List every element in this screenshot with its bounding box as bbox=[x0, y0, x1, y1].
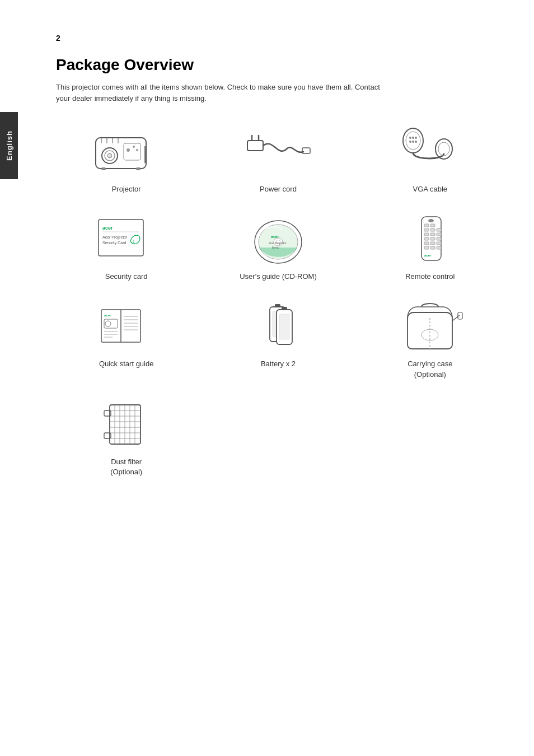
item-quick-start-guide: acer Quick start guide bbox=[56, 298, 196, 379]
svg-point-10 bbox=[133, 146, 135, 148]
svg-rect-56 bbox=[424, 242, 429, 245]
quick-start-guide-image: acer bbox=[90, 298, 163, 354]
svg-rect-53 bbox=[424, 237, 429, 240]
svg-rect-50 bbox=[424, 233, 429, 236]
svg-rect-77 bbox=[275, 304, 280, 307]
svg-rect-55 bbox=[437, 237, 441, 240]
svg-rect-45 bbox=[430, 224, 435, 227]
users-guide-label: User's guide (CD-ROM) bbox=[240, 272, 317, 282]
vga-cable-label: VGA cable bbox=[413, 184, 447, 194]
svg-rect-57 bbox=[430, 242, 435, 245]
remote-control-label: Remote control bbox=[405, 272, 455, 282]
svg-rect-12 bbox=[101, 167, 106, 170]
svg-point-7 bbox=[107, 153, 112, 158]
projector-image bbox=[90, 124, 163, 180]
svg-rect-52 bbox=[437, 233, 441, 236]
users-guide-image: acer Your Projector Menu bbox=[242, 211, 315, 267]
svg-rect-8 bbox=[124, 143, 140, 160]
item-battery: Battery x 2 bbox=[208, 298, 348, 379]
svg-text:Acer Projector: Acer Projector bbox=[102, 235, 128, 240]
svg-point-43 bbox=[428, 219, 434, 222]
projector-label: Projector bbox=[112, 184, 141, 194]
security-card-label: Security card bbox=[105, 272, 148, 282]
item-security-card: acer Acer Projector Security Card Securi… bbox=[56, 211, 196, 282]
svg-point-25 bbox=[409, 141, 411, 143]
svg-rect-59 bbox=[424, 246, 429, 249]
svg-point-24 bbox=[415, 137, 417, 139]
svg-rect-81 bbox=[279, 314, 289, 339]
page-title: Package Overview bbox=[56, 56, 500, 74]
svg-text:acer: acer bbox=[102, 225, 113, 231]
security-card-image: acer Acer Projector Security Card bbox=[90, 211, 163, 267]
main-content: 2 Package Overview This projector comes … bbox=[34, 0, 534, 511]
page-description: This projector comes with all the items … bbox=[56, 82, 392, 104]
remote-control-image: acer bbox=[394, 211, 466, 267]
svg-rect-0 bbox=[96, 138, 146, 169]
item-dust-filter: Dust filter (Optional) bbox=[56, 396, 196, 477]
svg-point-27 bbox=[415, 141, 417, 143]
page-number: 2 bbox=[56, 34, 500, 43]
sidebar-english-tab: English bbox=[0, 112, 18, 179]
svg-rect-44 bbox=[424, 224, 429, 227]
item-vga-cable: VGA cable bbox=[360, 124, 500, 194]
svg-rect-61 bbox=[437, 246, 441, 249]
svg-rect-49 bbox=[437, 228, 441, 231]
svg-point-9 bbox=[127, 148, 130, 152]
vga-cable-image bbox=[394, 124, 466, 180]
item-remote-control: acer Remote control bbox=[360, 211, 500, 282]
svg-text:acer: acer bbox=[104, 314, 111, 317]
svg-rect-47 bbox=[424, 228, 429, 231]
items-grid: Projector Power cord bbox=[56, 124, 500, 477]
battery-label: Battery x 2 bbox=[261, 359, 296, 369]
item-projector: Projector bbox=[56, 124, 196, 194]
svg-text:Security Card: Security Card bbox=[102, 241, 127, 245]
quick-start-guide-label: Quick start guide bbox=[99, 359, 154, 369]
svg-rect-19 bbox=[302, 148, 310, 153]
battery-image bbox=[242, 298, 315, 354]
carrying-case-label: Carrying case (Optional) bbox=[407, 359, 452, 379]
svg-text:acer: acer bbox=[271, 235, 279, 239]
svg-rect-54 bbox=[430, 237, 435, 240]
svg-rect-80 bbox=[282, 307, 287, 310]
power-cord-label: Power cord bbox=[260, 184, 297, 194]
sidebar-label: English bbox=[5, 130, 13, 161]
svg-text:Your Projector: Your Projector bbox=[269, 241, 287, 245]
svg-rect-60 bbox=[430, 246, 435, 249]
svg-rect-13 bbox=[136, 167, 140, 170]
carrying-case-image bbox=[394, 298, 466, 354]
svg-point-11 bbox=[136, 149, 138, 151]
svg-point-23 bbox=[412, 137, 414, 139]
svg-point-22 bbox=[409, 137, 411, 139]
power-cord-image bbox=[242, 124, 315, 180]
dust-filter-label: Dust filter (Optional) bbox=[110, 457, 142, 477]
dust-filter-image bbox=[90, 396, 163, 452]
svg-point-26 bbox=[412, 141, 414, 143]
item-carrying-case: Carrying case (Optional) bbox=[360, 298, 500, 379]
svg-rect-16 bbox=[247, 141, 263, 151]
svg-line-82 bbox=[452, 315, 460, 321]
svg-text:acer: acer bbox=[424, 254, 432, 257]
svg-rect-51 bbox=[430, 233, 435, 236]
item-users-guide: acer Your Projector Menu User's guide (C… bbox=[208, 211, 348, 282]
svg-rect-86 bbox=[110, 405, 140, 444]
svg-rect-58 bbox=[437, 242, 441, 245]
item-power-cord: Power cord bbox=[208, 124, 348, 194]
svg-rect-48 bbox=[430, 228, 435, 231]
